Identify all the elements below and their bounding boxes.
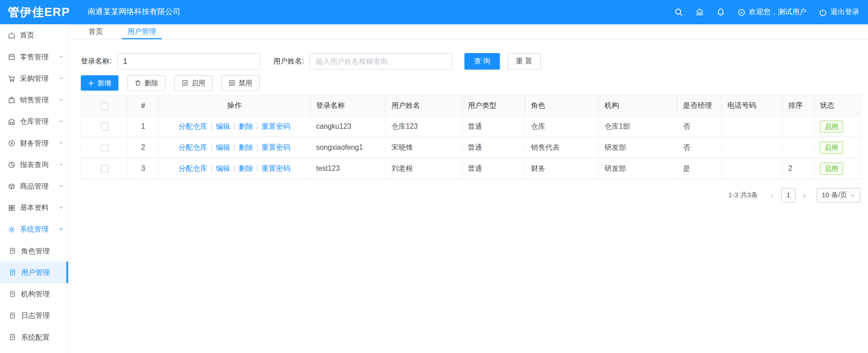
row-checkbox[interactable] bbox=[101, 123, 108, 131]
assign-warehouse-link[interactable]: 分配仓库 bbox=[178, 143, 207, 151]
sidebar-item-system-mgmt[interactable]: 系统管理 bbox=[0, 218, 68, 240]
sidebar-item-goods-mgmt[interactable]: 商品管理 bbox=[0, 175, 68, 197]
sidebar-item-report-query[interactable]: 报表查询 bbox=[0, 154, 68, 175]
sidebar-item-label: 日志管理 bbox=[21, 311, 50, 321]
page-number-button[interactable]: 1 bbox=[781, 188, 795, 202]
query-button[interactable]: 查 询 bbox=[464, 53, 500, 69]
sidebar-item-finance-mgmt[interactable]: 财务管理 bbox=[0, 132, 68, 153]
row-checkbox[interactable] bbox=[101, 165, 108, 173]
bell-icon[interactable] bbox=[716, 8, 725, 16]
page-size-value: 10 条/页 bbox=[821, 190, 847, 200]
sidebar-item-purchase-mgmt[interactable]: 采购管理 bbox=[0, 68, 68, 89]
search-icon[interactable] bbox=[674, 8, 683, 16]
user-name-input[interactable] bbox=[309, 53, 452, 69]
add-button[interactable]: 新增 bbox=[81, 75, 118, 91]
delete-button[interactable]: 删除 bbox=[128, 75, 166, 91]
cell-status: 启用 bbox=[814, 137, 861, 158]
cell-manager: 否 bbox=[677, 116, 722, 137]
cell-status: 启用 bbox=[814, 116, 861, 137]
delete-link[interactable]: 删除 bbox=[239, 164, 253, 172]
logout-text: 退出登录 bbox=[831, 7, 859, 17]
status-badge[interactable]: 启用 bbox=[820, 162, 843, 174]
app-logo: 管伊佳ERP bbox=[8, 5, 70, 20]
sidebar-item-home[interactable]: 首页 bbox=[0, 24, 68, 46]
row-checkbox[interactable] bbox=[101, 144, 108, 152]
col-header-status: 状态 bbox=[814, 95, 861, 116]
homepage-icon[interactable] bbox=[695, 8, 704, 16]
row-index: 2 bbox=[128, 137, 159, 158]
logout-button[interactable]: 退出登录 bbox=[819, 7, 859, 17]
sidebar-item-log-mgmt[interactable]: 日志管理 bbox=[0, 305, 68, 326]
divider: | bbox=[211, 164, 213, 172]
col-header-login: 登录名称 bbox=[310, 95, 386, 116]
cell-name: 宋晓锋 bbox=[386, 137, 462, 158]
cell-type: 普通 bbox=[462, 158, 525, 179]
prev-page-button[interactable]: ‹ bbox=[766, 188, 779, 202]
assign-warehouse-link[interactable]: 分配仓库 bbox=[178, 164, 207, 172]
doc-icon bbox=[9, 247, 16, 255]
tab-home[interactable]: 首页 bbox=[83, 24, 109, 39]
edit-link[interactable]: 编辑 bbox=[216, 164, 230, 172]
login-name-label: 登录名称: bbox=[81, 57, 112, 67]
sidebar-item-label: 系统管理 bbox=[20, 224, 49, 234]
welcome-text: 欢迎您，测试用户 bbox=[749, 7, 807, 17]
status-badge[interactable]: 启用 bbox=[820, 120, 843, 132]
sidebar-item-user-mgmt[interactable]: 用户管理 bbox=[0, 262, 68, 283]
reset-button[interactable]: 重 置 bbox=[507, 53, 540, 69]
cell-login: songxiaofeng1 bbox=[310, 137, 386, 158]
enable-button[interactable]: 启用 bbox=[174, 75, 213, 91]
next-page-button[interactable]: › bbox=[798, 188, 811, 202]
doc-icon bbox=[9, 333, 16, 341]
col-header-actions: 操作 bbox=[159, 95, 310, 116]
sidebar-item-label: 商品管理 bbox=[20, 181, 49, 191]
edit-link[interactable]: 编辑 bbox=[216, 143, 230, 151]
divider: | bbox=[234, 122, 235, 130]
chevron-down-icon bbox=[59, 141, 64, 146]
sidebar-item-label: 采购管理 bbox=[20, 73, 49, 83]
row-actions: 分配仓库|编辑|删除|重置密码 bbox=[159, 137, 310, 158]
sidebar-item-sales-mgmt[interactable]: 销售管理 bbox=[0, 89, 68, 111]
sidebar-item-label: 零售管理 bbox=[20, 52, 49, 62]
disable-button[interactable]: 禁用 bbox=[221, 75, 260, 91]
page-content: 登录名称: 用户姓名: 查 询 重 置 新增 删除 bbox=[69, 40, 868, 202]
table-row: 3 分配仓库|编辑|删除|重置密码 test123 刘老根 普通 财务 研发部 … bbox=[81, 158, 860, 179]
cell-phone bbox=[722, 137, 783, 158]
table-toolbar: 新增 删除 启用 禁用 bbox=[81, 75, 860, 91]
sidebar-item-basic-data[interactable]: 基本资料 bbox=[0, 197, 68, 218]
col-header-sort: 排序 bbox=[783, 95, 814, 116]
sidebar-item-org-mgmt[interactable]: 机构管理 bbox=[0, 283, 68, 305]
x-square-icon bbox=[229, 79, 235, 86]
cell-login: cangku123 bbox=[310, 116, 386, 137]
assign-warehouse-link[interactable]: 分配仓库 bbox=[178, 122, 207, 130]
cell-phone bbox=[722, 158, 783, 179]
delete-link[interactable]: 删除 bbox=[239, 143, 253, 151]
delete-link[interactable]: 删除 bbox=[239, 122, 253, 130]
reset-password-link[interactable]: 重置密码 bbox=[261, 122, 290, 130]
chevron-up-icon bbox=[59, 227, 64, 232]
col-header-phone: 电话号码 bbox=[722, 95, 783, 116]
cell-role: 销售代表 bbox=[525, 137, 599, 158]
reset-password-link[interactable]: 重置密码 bbox=[261, 143, 290, 151]
cell-org: 研发部 bbox=[599, 137, 677, 158]
select-all-checkbox[interactable] bbox=[101, 102, 108, 110]
sidebar-item-warehouse-mgmt[interactable]: 仓库管理 bbox=[0, 111, 68, 132]
sidebar-item-retail-mgmt[interactable]: 零售管理 bbox=[0, 46, 68, 68]
tab-user-mgmt[interactable]: 用户管理 bbox=[122, 24, 161, 39]
cell-type: 普通 bbox=[462, 137, 525, 158]
welcome-user[interactable]: 欢迎您，测试用户 bbox=[737, 7, 806, 17]
row-index: 1 bbox=[128, 116, 159, 137]
col-header-role: 角色 bbox=[525, 95, 599, 116]
status-badge[interactable]: 启用 bbox=[820, 141, 843, 153]
page-size-select[interactable]: 10 条/页 bbox=[817, 188, 861, 202]
login-name-input[interactable] bbox=[117, 53, 260, 69]
cell-org: 研发部 bbox=[599, 158, 677, 179]
divider: | bbox=[256, 164, 258, 172]
edit-link[interactable]: 编辑 bbox=[216, 122, 230, 130]
store-icon bbox=[8, 53, 16, 61]
sidebar-item-system-config[interactable]: 系统配置 bbox=[0, 327, 68, 348]
user-status-icon bbox=[737, 8, 746, 16]
divider: | bbox=[211, 143, 213, 151]
reset-password-link[interactable]: 重置密码 bbox=[261, 164, 290, 172]
sidebar-item-role-mgmt[interactable]: 角色管理 bbox=[0, 240, 68, 262]
sidebar-item-label: 用户管理 bbox=[21, 268, 50, 278]
